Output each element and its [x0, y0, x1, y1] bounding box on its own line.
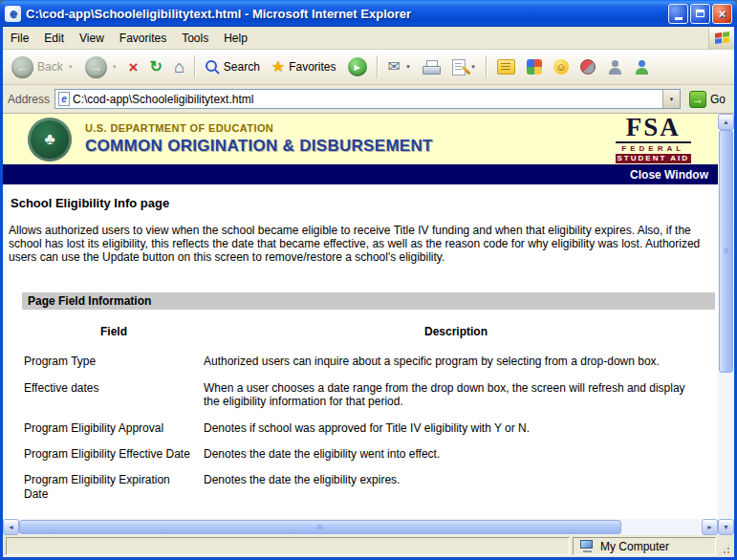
table-row-description: Denotes the date the eligibility went in…: [204, 447, 708, 461]
scroll-up-button[interactable]: ▲: [718, 114, 734, 130]
menu-tools[interactable]: Tools: [174, 29, 216, 48]
table-row-description: Denotes the date the eligibility expires…: [204, 473, 708, 486]
close-window-link[interactable]: Close Window: [630, 168, 708, 182]
page-top-bar: Close Window: [3, 164, 718, 184]
edit-button[interactable]: ▼: [447, 56, 481, 78]
cod-title: COMMON ORIGINATION & DISBURSEMENT: [85, 136, 433, 156]
title-bar[interactable]: e C:\cod-app\Schooleligibilitytext.html …: [0, 0, 737, 27]
favorites-label: Favorites: [289, 60, 336, 74]
table-row-field: Program Eligibility Approval: [24, 421, 204, 435]
research-button[interactable]: [575, 56, 600, 77]
menu-view[interactable]: View: [72, 29, 112, 48]
scroll-down-button[interactable]: ▼: [718, 519, 734, 535]
maximize-button[interactable]: [690, 4, 710, 24]
go-button[interactable]: → Go: [685, 90, 729, 109]
table-row-description: When a user chooses a date range from th…: [204, 381, 708, 409]
window-frame: File Edit View Favorites Tools Help ← Ba…: [0, 27, 737, 560]
my-computer-icon: [579, 540, 596, 553]
menu-help[interactable]: Help: [216, 29, 255, 48]
back-label: Back: [37, 60, 63, 74]
search-button[interactable]: Search: [201, 57, 265, 77]
table-header-description: Description: [204, 325, 708, 342]
vertical-scrollbar[interactable]: ▲ ▼: [718, 114, 734, 535]
vertical-scroll-thumb[interactable]: [719, 130, 733, 373]
search-icon: [206, 60, 220, 75]
messenger-icon: [527, 59, 542, 75]
table-row-description: Denotes if school was approved for Title…: [204, 421, 708, 435]
table-row-field: Program Eligibility Expiration Date: [24, 473, 204, 501]
education-seal-icon: ♣: [28, 118, 72, 162]
menu-favorites[interactable]: Favorites: [112, 29, 174, 48]
field-table: Field Description Program Type Authorize…: [24, 325, 708, 501]
table-row-field: Program Eligibility Effective Date: [24, 447, 204, 461]
toolbar-separator: [194, 55, 196, 78]
discuss-button[interactable]: [492, 56, 520, 77]
refresh-button[interactable]: ↻: [145, 56, 167, 77]
msn-button[interactable]: ☺: [549, 56, 574, 77]
close-button[interactable]: ×: [712, 4, 732, 24]
standard-toolbar: ← Back ▼ → ▼ × ↻ ⌂ Search ★ Favorites ▶: [3, 50, 734, 85]
minimize-button[interactable]: [668, 4, 688, 24]
home-button[interactable]: ⌂: [169, 55, 189, 78]
go-label: Go: [710, 93, 726, 106]
security-zone-panel: My Computer: [573, 537, 716, 555]
back-dropdown-icon: ▼: [68, 64, 74, 70]
discuss-icon: [497, 59, 515, 75]
windows-logo-icon: [708, 28, 734, 49]
media-button[interactable]: ▶: [343, 54, 372, 79]
forward-button[interactable]: → ▼: [80, 54, 122, 81]
address-input[interactable]: [73, 91, 660, 107]
close-icon: ×: [719, 8, 726, 20]
print-button[interactable]: [418, 57, 445, 77]
favorites-icon: ★: [271, 59, 285, 75]
mail-icon: ✉: [388, 59, 401, 75]
fsa-student-aid-label: STUDENT AID: [616, 154, 691, 163]
scroll-left-button[interactable]: ◄: [3, 519, 19, 535]
go-icon: →: [689, 91, 706, 108]
window-controls: ×: [668, 4, 732, 24]
favorites-button[interactable]: ★ Favorites: [267, 56, 341, 77]
print-icon: [423, 60, 441, 75]
mail-dropdown-icon: ▼: [405, 64, 411, 70]
edit-icon: [452, 59, 466, 75]
fsa-acronym: FSA: [616, 115, 691, 143]
menu-bar: File Edit View Favorites Tools Help: [3, 27, 734, 50]
vertical-scroll-track[interactable]: [718, 130, 734, 519]
horizontal-scroll-track[interactable]: [19, 519, 702, 535]
im-button[interactable]: [629, 56, 654, 77]
address-input-box: e ▼: [54, 89, 681, 109]
minimize-icon: [675, 17, 683, 20]
edit-dropdown-icon: ▼: [470, 64, 476, 70]
status-message-panel: [6, 537, 570, 555]
menu-file[interactable]: File: [3, 29, 36, 48]
scroll-right-button[interactable]: ►: [702, 519, 718, 535]
browser-window: e C:\cod-app\Schooleligibilitytext.html …: [0, 0, 737, 560]
mail-button[interactable]: ✉ ▼: [383, 56, 416, 77]
page-content-area: ♣ U.S. DEPARTMENT OF EDUCATION COMMON OR…: [3, 114, 718, 519]
back-button[interactable]: ← Back ▼: [7, 54, 78, 81]
stop-button[interactable]: ×: [124, 56, 143, 78]
toolbar-separator: [486, 55, 488, 78]
messenger-button[interactable]: [522, 56, 547, 77]
resize-grip[interactable]: [719, 537, 731, 555]
horizontal-scrollbar[interactable]: ◄ ►: [3, 519, 718, 535]
refresh-icon: ↻: [150, 59, 163, 75]
zone-label: My Computer: [600, 540, 669, 553]
menu-edit[interactable]: Edit: [36, 29, 72, 48]
table-row-description: Authorized users can inquire about a spe…: [204, 355, 708, 368]
forward-dropdown-icon: ▼: [112, 64, 118, 70]
table-row-field: Program Type: [24, 355, 204, 368]
research-icon: [580, 59, 596, 75]
fsa-federal-label: FEDERAL: [616, 145, 691, 153]
address-bar: Address e ▼ → Go: [3, 85, 734, 114]
address-dropdown-button[interactable]: ▼: [662, 90, 680, 108]
horizontal-scroll-thumb[interactable]: [19, 520, 621, 534]
contacts-button[interactable]: [602, 56, 627, 77]
person-blue-icon: [634, 59, 649, 75]
fsa-logo: FSA FEDERAL STUDENT AID: [616, 115, 691, 163]
ie-logo-icon: e: [5, 6, 21, 22]
search-label: Search: [224, 60, 260, 74]
home-icon: ⌂: [174, 58, 184, 75]
smiley-icon: ☺: [553, 59, 569, 75]
help-content: School Eligibility Info page Allows auth…: [3, 184, 718, 501]
